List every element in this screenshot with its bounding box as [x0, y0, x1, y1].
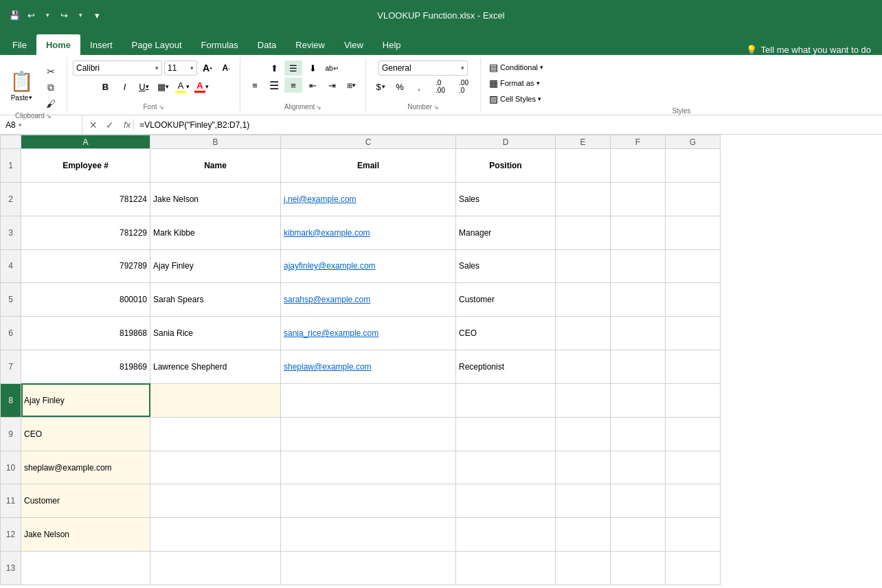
cell-B13[interactable]	[150, 552, 281, 585]
spreadsheet[interactable]: A B C D E F G 1 Employee # Name Email Po…	[0, 135, 882, 585]
cell-C2[interactable]: j.nel@example.com	[281, 182, 456, 216]
cell-D10[interactable]	[456, 451, 556, 484]
row-num-13[interactable]: 13	[1, 552, 21, 585]
cell-F2[interactable]	[611, 182, 666, 216]
row-num-9[interactable]: 9	[1, 417, 21, 451]
cell-B1[interactable]: Name	[150, 149, 281, 183]
cell-A4[interactable]: 792789	[21, 249, 150, 283]
align-left-button[interactable]: ≡	[246, 78, 264, 93]
cell-G9[interactable]	[666, 417, 721, 451]
cell-G8[interactable]	[666, 383, 721, 417]
indent-decrease-button[interactable]: ⇤	[304, 78, 321, 93]
cell-B7[interactable]: Lawrence Shepherd	[150, 350, 281, 384]
cell-E10[interactable]	[556, 451, 611, 484]
cell-G6[interactable]	[666, 317, 721, 350]
cell-E3[interactable]	[556, 216, 611, 249]
font-dialog-launcher[interactable]: ↘	[159, 104, 164, 111]
cell-C12[interactable]	[281, 518, 456, 552]
tab-review[interactable]: Review	[286, 34, 335, 55]
cell-D3[interactable]: Manager	[456, 216, 556, 249]
cancel-formula-button[interactable]: ✕	[87, 118, 100, 132]
cell-C8[interactable]	[281, 383, 456, 417]
col-header-E[interactable]: E	[556, 135, 611, 149]
cell-B11[interactable]	[150, 484, 281, 518]
cell-D2[interactable]: Sales	[456, 182, 556, 216]
align-middle-button[interactable]: ☰	[284, 60, 302, 76]
cell-G3[interactable]	[666, 216, 721, 249]
tab-home[interactable]: Home	[36, 34, 80, 55]
cell-D5[interactable]: Customer	[456, 283, 556, 317]
cell-C1[interactable]: Email	[281, 149, 456, 183]
row-num-1[interactable]: 1	[1, 149, 21, 183]
row-num-5[interactable]: 5	[1, 283, 21, 317]
cell-G11[interactable]	[666, 484, 721, 518]
font-color-button[interactable]: A ▾	[193, 79, 211, 94]
cell-E6[interactable]	[556, 317, 611, 350]
alignment-dialog-launcher[interactable]: ↘	[316, 104, 321, 111]
bold-button[interactable]: B	[97, 79, 115, 94]
conditional-formatting-button[interactable]: ▤ Conditional ▾	[486, 60, 546, 74]
cell-A5[interactable]: 800010	[21, 283, 150, 317]
cell-D1[interactable]: Position	[456, 149, 556, 183]
cell-styles-button[interactable]: ▨ Cell Styles ▾	[486, 92, 544, 106]
col-header-D[interactable]: D	[456, 135, 556, 149]
row-num-3[interactable]: 3	[1, 216, 21, 249]
cell-E12[interactable]	[556, 518, 611, 552]
cell-F11[interactable]	[611, 484, 666, 518]
cell-F7[interactable]	[611, 350, 666, 384]
cell-G12[interactable]	[666, 518, 721, 552]
redo-dropdown-icon[interactable]: ▾	[74, 9, 87, 21]
cell-G4[interactable]	[666, 249, 721, 283]
cell-B10[interactable]	[150, 451, 281, 484]
row-num-6[interactable]: 6	[1, 317, 21, 350]
cell-A12[interactable]: Jake Nelson	[21, 518, 150, 552]
cell-E11[interactable]	[556, 484, 611, 518]
cell-E13[interactable]	[556, 552, 611, 585]
decrease-decimal-button[interactable]: .00.0	[453, 79, 475, 94]
increase-font-button[interactable]: A+	[199, 60, 216, 76]
cell-D13[interactable]	[456, 552, 556, 585]
cell-F1[interactable]	[611, 149, 666, 183]
cell-C7[interactable]: sheplaw@example.com	[281, 350, 456, 384]
cell-B2[interactable]: Jake Nelson	[150, 182, 281, 216]
cell-F3[interactable]	[611, 216, 666, 249]
cell-E9[interactable]	[556, 417, 611, 451]
cell-F10[interactable]	[611, 451, 666, 484]
cell-D6[interactable]: CEO	[456, 317, 556, 350]
tab-data[interactable]: Data	[248, 34, 286, 55]
font-name-select[interactable]: Calibri ▾	[73, 60, 162, 76]
cell-E2[interactable]	[556, 182, 611, 216]
cell-A3[interactable]: 781229	[21, 216, 150, 249]
cell-B5[interactable]: Sarah Spears	[150, 283, 281, 317]
row-num-11[interactable]: 11	[1, 484, 21, 518]
col-header-C[interactable]: C	[281, 135, 456, 149]
decrease-font-button[interactable]: A-	[218, 60, 234, 76]
undo-icon[interactable]: ↩	[25, 9, 37, 21]
cell-F12[interactable]	[611, 518, 666, 552]
italic-button[interactable]: I	[116, 79, 134, 94]
cell-C13[interactable]	[281, 552, 456, 585]
cell-C4[interactable]: ajayfinley@example.com	[281, 249, 456, 283]
merge-center-button[interactable]: ⊞▾	[342, 78, 360, 93]
align-bottom-button[interactable]: ⬇	[304, 60, 321, 76]
indent-increase-button[interactable]: ⇥	[323, 78, 341, 93]
copy-button[interactable]: ⧉	[41, 80, 61, 95]
paste-button[interactable]: 📋 Paste▾	[5, 67, 38, 104]
cell-B6[interactable]: Sania Rice	[150, 317, 281, 350]
cell-D12[interactable]	[456, 518, 556, 552]
tab-formulas[interactable]: Formulas	[192, 34, 248, 55]
cell-E1[interactable]	[556, 149, 611, 183]
cell-A9[interactable]: CEO	[21, 417, 150, 451]
cell-D4[interactable]: Sales	[456, 249, 556, 283]
align-center-button[interactable]: ☰	[265, 78, 283, 93]
cell-A6[interactable]: 819868	[21, 317, 150, 350]
number-dialog-launcher[interactable]: ↘	[433, 104, 439, 111]
col-header-B[interactable]: B	[150, 135, 281, 149]
cell-A1[interactable]: Employee #	[21, 149, 150, 183]
row-num-12[interactable]: 12	[1, 518, 21, 552]
cell-C11[interactable]	[281, 484, 456, 518]
tab-view[interactable]: View	[335, 34, 373, 55]
cell-B3[interactable]: Mark Kibbe	[150, 216, 281, 249]
tab-help[interactable]: Help	[373, 34, 411, 55]
comma-button[interactable]: ,	[410, 79, 428, 94]
